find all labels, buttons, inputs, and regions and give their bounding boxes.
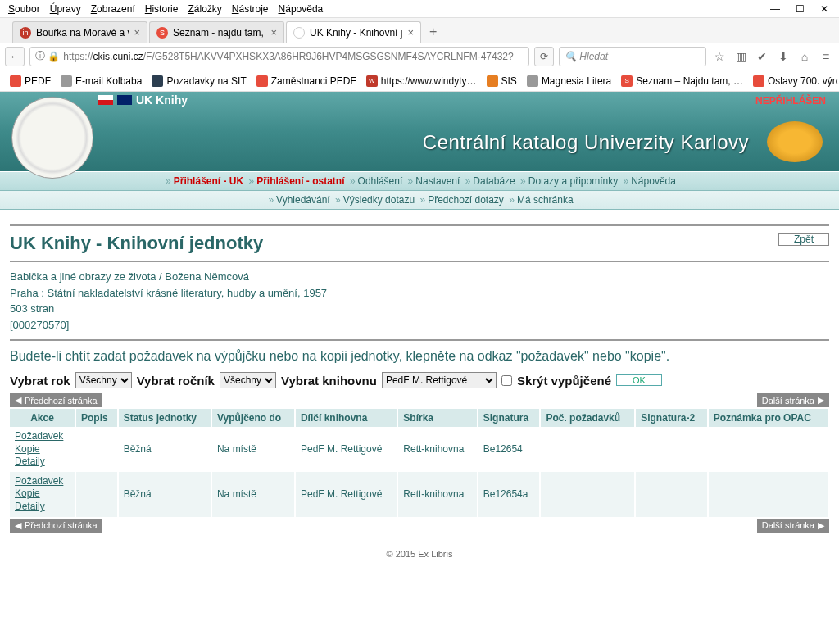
nav-login-other[interactable]: Přihlášení - ostatní bbox=[256, 175, 344, 187]
url-path: /F/G528T5HAKVV4PXHSKX3A86HR9J6HVP4MSGSGS… bbox=[143, 51, 514, 62]
tab-close-icon[interactable]: × bbox=[270, 26, 277, 39]
tab-1[interactable]: in Bouřka na Moravě a ve Slezs × bbox=[12, 21, 147, 43]
bookmark-email[interactable]: E-mail Kolbaba bbox=[57, 74, 145, 88]
bookmark-label: E-mail Kolbaba bbox=[75, 75, 142, 87]
bookmark-pedf[interactable]: PEDF bbox=[7, 74, 54, 88]
tab-2[interactable]: S Seznam - najdu tam, co nezn × bbox=[149, 21, 284, 43]
bookmark-icon bbox=[527, 75, 538, 87]
action-copy[interactable]: Kopie bbox=[15, 488, 70, 501]
tab-close-icon[interactable]: × bbox=[134, 26, 140, 39]
action-request[interactable]: Požadavek bbox=[15, 430, 70, 443]
menu-tools[interactable]: Nástroje bbox=[227, 2, 274, 16]
nav-settings[interactable]: Nastavení bbox=[415, 175, 460, 187]
downloads-icon[interactable]: ⬇ bbox=[775, 50, 791, 63]
catalog-title: Centrální katalog Univerzity Karlovy bbox=[423, 131, 749, 154]
next-page-button[interactable]: Další stránka▶ bbox=[757, 393, 829, 407]
bookmark-seznam[interactable]: SSeznam – Najdu tam, … bbox=[618, 74, 746, 88]
back-link-button[interactable]: Zpět bbox=[778, 233, 829, 246]
table-row: Požadavek Kopie Detaily Běžná Na místě P… bbox=[10, 472, 828, 517]
nav-db[interactable]: Databáze bbox=[473, 175, 515, 187]
prev-page-button[interactable]: ◀Předchozí stránka bbox=[10, 519, 102, 533]
footer-copyright: © 2015 Ex Libris bbox=[10, 549, 829, 559]
bookmark-label: Seznam – Najdu tam, … bbox=[636, 75, 743, 87]
url-input[interactable]: ⓘ 🔒 https://ckis.cuni.cz/F/G528T5HAKVV4P… bbox=[29, 47, 529, 66]
window-menu-bar: Soubor Úpravy Zobrazení Historie Záložky… bbox=[0, 0, 839, 18]
flag-cz-icon[interactable] bbox=[98, 95, 113, 105]
items-table: Akce Popis Status jednotky Vypůjčeno do … bbox=[10, 409, 829, 517]
ok-button[interactable]: OK bbox=[616, 374, 662, 386]
nav-shelf[interactable]: Má schránka bbox=[517, 194, 574, 206]
bookmark-label: PEDF bbox=[25, 75, 51, 87]
shield-icon[interactable]: ✔ bbox=[754, 50, 770, 63]
year-select[interactable]: Všechny bbox=[75, 372, 132, 388]
search-placeholder: Hledat bbox=[579, 51, 608, 62]
new-tab-button[interactable]: + bbox=[423, 21, 443, 43]
action-details[interactable]: Detaily bbox=[15, 456, 70, 469]
prev-page-label: Předchozí stránka bbox=[25, 520, 98, 530]
menu-history[interactable]: Historie bbox=[140, 2, 184, 16]
flag-uk-icon[interactable] bbox=[117, 95, 132, 105]
chevron-right-icon: ▶ bbox=[818, 395, 824, 406]
next-page-label: Další stránka bbox=[762, 396, 814, 406]
menu-help[interactable]: Nápověda bbox=[274, 2, 329, 16]
search-input[interactable]: 🔍 Hledat bbox=[559, 47, 706, 66]
nav-results[interactable]: Výsledky dotazu bbox=[343, 194, 415, 206]
library-select[interactable]: PedF M. Rettigové bbox=[382, 372, 497, 388]
tab-title: Bouřka na Moravě a ve Slezs bbox=[36, 27, 129, 39]
bookmark-sis[interactable]: SIS bbox=[483, 74, 520, 88]
menu-edit[interactable]: Úpravy bbox=[45, 2, 86, 16]
record-imprint: Praha : Státní nakladatelství krásné lit… bbox=[10, 285, 829, 302]
record-sysno: [000270570] bbox=[10, 317, 829, 333]
menu-bookmarks[interactable]: Záložky bbox=[183, 2, 226, 16]
volume-select[interactable]: Všechny bbox=[220, 372, 276, 388]
col-sublib: Dílčí knihovna bbox=[295, 409, 397, 427]
pager-top: ◀Předchozí stránka Další stránka▶ bbox=[10, 393, 829, 407]
window-close-icon[interactable]: ✕ bbox=[819, 4, 829, 14]
nav-prev-queries[interactable]: Předchozí dotazy bbox=[428, 194, 504, 206]
filter-row: Vybrat rok Všechny Vybrat ročník Všechny… bbox=[10, 372, 829, 388]
bookmark-sit[interactable]: Pozadavky na SIT bbox=[148, 74, 249, 88]
bookmark-icon: W bbox=[366, 75, 378, 87]
tab-close-icon[interactable]: × bbox=[407, 26, 414, 39]
action-request[interactable]: Požadavek bbox=[15, 475, 70, 488]
hamburger-menu-icon[interactable]: ≡ bbox=[818, 50, 834, 63]
cell-sublib: PedF M. Rettigové bbox=[295, 427, 397, 472]
bookmark-oslavy[interactable]: Oslavy 700. výročí nar… bbox=[750, 74, 839, 88]
bookmark-staff[interactable]: Zaměstnanci PEDF bbox=[253, 74, 360, 88]
url-scheme: https:// bbox=[63, 51, 93, 62]
nav-qa[interactable]: Dotazy a připomínky bbox=[528, 175, 618, 187]
url-bar: ← ⓘ 🔒 https://ckis.cuni.cz/F/G528T5HAKVV… bbox=[0, 43, 839, 70]
nav-search[interactable]: Vyhledávání bbox=[276, 194, 330, 206]
cell-status: Běžná bbox=[118, 427, 211, 472]
tab-title: UK Knihy - Knihovní jednotk bbox=[310, 27, 402, 39]
table-row: Požadavek Kopie Detaily Běžná Na místě P… bbox=[10, 427, 828, 472]
volume-label: Vybrat ročník bbox=[137, 374, 215, 388]
bookmark-litera[interactable]: Magnesia Litera bbox=[524, 74, 615, 88]
info-icon[interactable]: ⓘ bbox=[35, 49, 45, 63]
window-minimize-icon[interactable]: — bbox=[770, 4, 780, 14]
action-details[interactable]: Detaily bbox=[15, 501, 70, 514]
window-maximize-icon[interactable]: ☐ bbox=[795, 4, 805, 14]
pocket-icon[interactable]: ▥ bbox=[732, 50, 749, 63]
url-host: ckis.cuni.cz bbox=[93, 51, 143, 62]
col-callno: Signatura bbox=[478, 409, 541, 427]
hide-loaned-checkbox[interactable] bbox=[501, 375, 512, 386]
bookmark-label: Pozadavky na SIT bbox=[166, 75, 246, 87]
next-page-button[interactable]: Další stránka▶ bbox=[757, 519, 829, 533]
prev-page-button[interactable]: ◀Předchozí stránka bbox=[10, 393, 102, 407]
nav-help[interactable]: Nápověda bbox=[631, 175, 676, 187]
menu-file[interactable]: Soubor bbox=[3, 2, 45, 16]
bookmark-windyty[interactable]: Whttps://www.windyty… bbox=[363, 74, 480, 88]
home-icon[interactable]: ⌂ bbox=[796, 50, 813, 63]
back-button[interactable]: ← bbox=[5, 47, 25, 66]
bookmark-star-icon[interactable]: ☆ bbox=[711, 50, 728, 63]
tab-title: Seznam - najdu tam, co nezn bbox=[173, 27, 265, 39]
reload-button[interactable]: ⟳ bbox=[534, 47, 554, 66]
nav-login-uk[interactable]: Přihlášení - UK bbox=[174, 175, 243, 187]
action-copy[interactable]: Kopie bbox=[15, 443, 70, 456]
tab-3[interactable]: UK Knihy - Knihovní jednotk × bbox=[286, 21, 421, 43]
menu-view[interactable]: Zobrazení bbox=[86, 2, 140, 16]
instruction-text: Budete-li chtít zadat požadavek na výpůj… bbox=[10, 349, 829, 364]
nav-logout[interactable]: Odhlášení bbox=[358, 175, 403, 187]
bookmark-label: https://www.windyty… bbox=[381, 75, 477, 87]
